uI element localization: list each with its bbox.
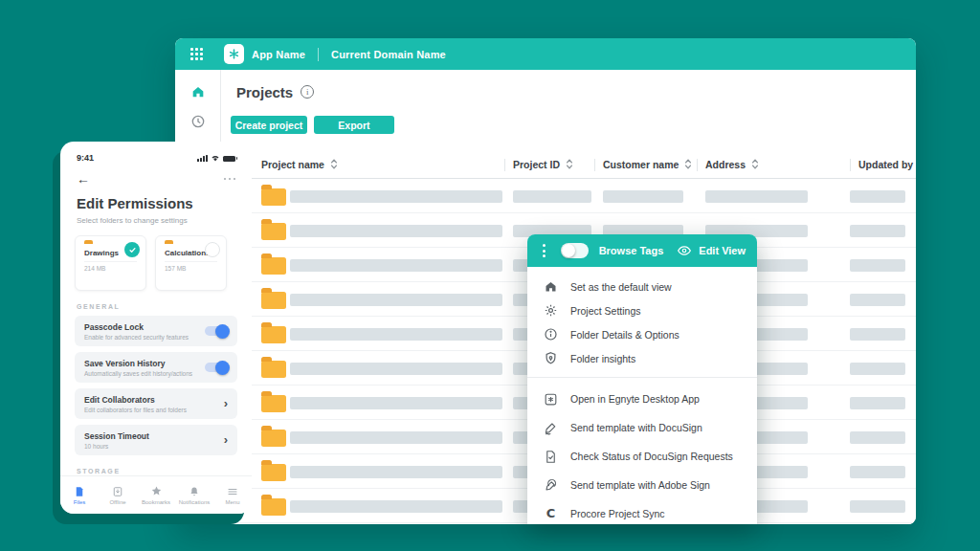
column-header-address[interactable]: Address xyxy=(705,158,759,170)
menu-item-label: Project Settings xyxy=(570,305,641,317)
toggle-on[interactable] xyxy=(205,326,228,336)
menu-item-open-in-egnyte-desktop-app[interactable]: Open in Egnyte Desktop App xyxy=(527,385,757,413)
home-icon xyxy=(543,278,559,295)
column-label: Address xyxy=(705,159,746,170)
folder-size: 157 MB xyxy=(165,265,217,272)
phone-screen-title: Edit Permissions xyxy=(77,195,235,211)
placeholder-bar xyxy=(290,431,502,444)
placeholder-bar xyxy=(850,431,905,444)
table-row[interactable] xyxy=(222,179,916,213)
folder-icon xyxy=(261,292,286,309)
kebab-menu-icon[interactable] xyxy=(543,243,546,259)
create-project-button[interactable]: Create project xyxy=(231,116,307,134)
files-icon xyxy=(74,486,85,497)
app-logo-icon xyxy=(224,44,244,64)
browse-tags-label[interactable]: Browse Tags xyxy=(599,245,664,256)
column-header-project-name[interactable]: Project name xyxy=(261,158,338,170)
unselected-circle[interactable] xyxy=(205,242,220,257)
signal-icon xyxy=(196,155,208,163)
sort-icon[interactable] xyxy=(751,158,759,170)
placeholder-bar xyxy=(290,259,502,272)
placeholder-bar xyxy=(290,500,502,513)
column-divider xyxy=(594,159,595,171)
folder-size: 214 MB xyxy=(84,265,137,272)
shield-icon xyxy=(543,350,559,366)
placeholder-bar xyxy=(290,466,502,478)
menu-item-folder-insights[interactable]: Folder insights xyxy=(527,346,757,370)
menu-divider xyxy=(527,377,757,378)
more-options-icon[interactable] xyxy=(221,178,235,181)
tab-offline[interactable]: Offline xyxy=(99,486,137,505)
context-menu: Browse Tags Edit View Set as the default… xyxy=(527,234,757,524)
sort-icon[interactable] xyxy=(330,158,338,170)
column-label: Customer name xyxy=(603,159,679,170)
menu-icon xyxy=(227,486,238,497)
menu-item-project-settings[interactable]: Project Settings xyxy=(527,298,757,322)
context-menu-body: Set as the default viewProject SettingsF… xyxy=(527,267,757,524)
chevron-right-icon: › xyxy=(224,435,228,445)
offline-icon xyxy=(112,486,123,497)
menu-item-label: Folder insights xyxy=(570,353,635,364)
recents-clock-icon[interactable] xyxy=(190,114,206,129)
menu-item-send-template-with-docusign[interactable]: Send template with DocuSign xyxy=(527,413,757,442)
menu-item-check-status-of-docusign-requests[interactable]: Check Status of DocuSign Requests xyxy=(527,442,757,471)
setting-row-save-version-history[interactable]: Save Version HistoryAutomatically saves … xyxy=(75,352,237,383)
back-arrow-icon[interactable]: ← xyxy=(77,172,90,186)
sort-icon[interactable] xyxy=(684,158,692,170)
folder-card-drawings[interactable]: Drawings214 MB xyxy=(75,235,146,291)
menu-item-send-template-with-adobe-sign[interactable]: Send template with Adobe Sign xyxy=(527,471,757,499)
info-icon xyxy=(543,326,559,342)
battery-icon xyxy=(223,156,235,163)
column-header-customer-name[interactable]: Customer name xyxy=(603,158,692,170)
eye-icon[interactable] xyxy=(677,243,692,258)
column-header-project-id[interactable]: Project ID xyxy=(513,158,573,170)
setting-row-edit-collaborators[interactable]: Edit CollaboratorsEdit collaborators for… xyxy=(75,388,237,419)
menu-item-label: Check Status of DocuSign Requests xyxy=(570,451,733,462)
folder-icon xyxy=(261,188,286,206)
folder-icon xyxy=(261,430,286,447)
placeholder-bar xyxy=(290,294,502,306)
setting-title: Passcode Lock xyxy=(84,322,189,332)
column-label: Updated by xyxy=(858,159,913,170)
sort-icon[interactable] xyxy=(566,158,573,170)
tab-files[interactable]: Files xyxy=(60,486,99,505)
tab-bookmarks[interactable]: Bookmarks xyxy=(137,485,175,505)
menu-item-set-as-the-default-view[interactable]: Set as the default view xyxy=(527,275,757,298)
placeholder-bar xyxy=(850,466,905,478)
column-header-updated-by[interactable]: Updated by xyxy=(858,158,916,170)
column-label: Project name xyxy=(261,159,324,170)
column-label: Project ID xyxy=(513,159,560,170)
setting-row-session-timeout[interactable]: Session Timeout10 hours› xyxy=(75,425,237,455)
doc-check-icon xyxy=(543,449,559,465)
export-button[interactable]: Export xyxy=(314,116,394,134)
apps-grid-icon[interactable] xyxy=(190,48,203,60)
placeholder-bar xyxy=(850,397,905,409)
adobe-pen-icon xyxy=(543,477,559,494)
tab-menu[interactable]: Menu xyxy=(213,486,252,505)
edit-view-label[interactable]: Edit View xyxy=(699,245,746,256)
placeholder-bar xyxy=(850,328,905,341)
setting-subtitle: Edit collaborators for files and folders xyxy=(84,407,187,413)
toggle-on[interactable] xyxy=(205,363,228,372)
page-info-icon[interactable]: i xyxy=(301,85,314,99)
tab-notifications[interactable]: Notifications xyxy=(175,486,213,505)
menu-item-procore-project-sync[interactable]: CProcore Project Sync xyxy=(527,499,757,524)
placeholder-bar xyxy=(290,225,502,237)
folder-icon xyxy=(261,464,286,481)
folder-icon xyxy=(261,498,286,516)
placeholder-bar xyxy=(850,259,905,272)
browse-tags-toggle[interactable] xyxy=(561,243,589,258)
setting-title: Session Timeout xyxy=(84,431,149,441)
menu-item-label: Procore Project Sync xyxy=(570,508,665,519)
home-icon[interactable] xyxy=(190,84,206,99)
phone-status-bar: 9:41 xyxy=(77,153,235,163)
setting-row-passcode-lock[interactable]: Passcode LockEnable for advanced securit… xyxy=(75,316,237,346)
selected-check-icon[interactable] xyxy=(124,242,140,257)
phone-mockup: 9:41 ← Edit Permissions Select folders t… xyxy=(60,142,252,514)
bookmarks-icon xyxy=(150,485,163,497)
placeholder-bar xyxy=(290,190,502,203)
folder-card-calculations[interactable]: Calculations157 MB xyxy=(155,235,227,291)
menu-item-label: Open in Egnyte Desktop App xyxy=(570,393,700,405)
placeholder-bar xyxy=(850,363,905,375)
menu-item-folder-details-options[interactable]: Folder Details & Options xyxy=(527,322,757,346)
